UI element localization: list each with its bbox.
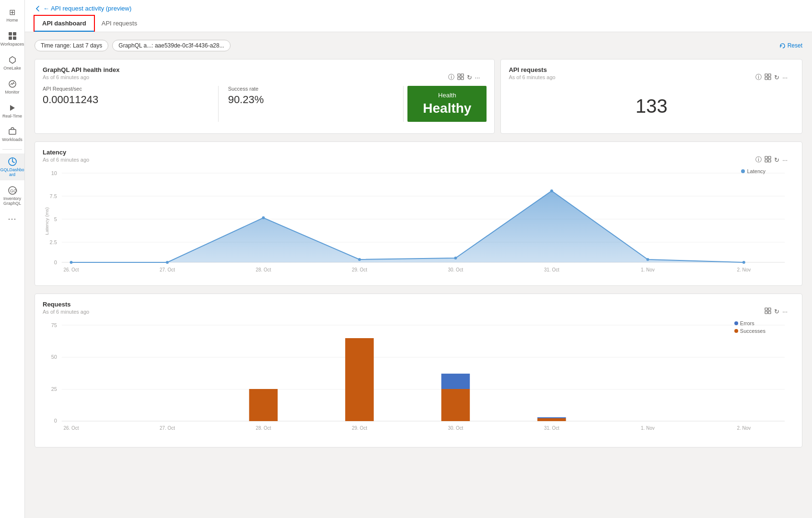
api-req-info-button[interactable]: ⓘ — [755, 73, 762, 82]
sidebar-item-inventorygraphql[interactable]: GQL InventoryGraphQL — [0, 182, 24, 209]
api-requests-card-toolbar: ⓘ ↻ ··· — [755, 73, 788, 82]
svg-marker-41 — [62, 191, 785, 262]
svg-rect-11 — [461, 74, 464, 76]
sidebar-label-workspaces: Workspaces — [0, 42, 24, 47]
svg-text:1. Nov: 1. Nov — [641, 425, 655, 431]
svg-text:75: 75 — [51, 322, 57, 328]
monitor-icon — [7, 79, 18, 89]
latency-title: Latency — [43, 149, 794, 156]
success-rate-label: Success rate — [228, 86, 394, 92]
bar-30oct-success — [441, 389, 470, 421]
api-requests-card: API requests As of 6 minutes ago ⓘ ↻ ···… — [500, 59, 802, 134]
requests-subtitle: As of 6 minutes ago — [43, 309, 794, 315]
svg-rect-50 — [765, 308, 767, 310]
latency-subtitle: As of 6 minutes ago — [43, 157, 794, 163]
api-requests-header: API requests As of 6 minutes ago ⓘ ↻ ··· — [509, 66, 794, 80]
svg-text:27. Oct: 27. Oct — [160, 267, 175, 272]
sidebar-label-workloads: Workloads — [2, 138, 22, 142]
health-box-value: Healthy — [423, 101, 471, 116]
svg-text:10: 10 — [51, 170, 57, 176]
gqldashboard-icon — [7, 156, 18, 167]
svg-text:0: 0 — [54, 259, 57, 265]
svg-text:29. Oct: 29. Oct — [352, 425, 367, 431]
svg-text:GQL: GQL — [10, 188, 17, 193]
svg-point-49 — [742, 261, 745, 264]
requests-grid-button[interactable] — [765, 307, 771, 316]
latency-legend: Latency — [741, 168, 766, 174]
sidebar-label-gqldashboard: GQLDashboard — [0, 168, 24, 177]
health-refresh-button[interactable]: ↻ — [467, 74, 472, 81]
svg-rect-12 — [458, 77, 460, 80]
errors-legend-dot — [734, 321, 738, 325]
back-button[interactable]: ← API request activity (preview) — [35, 5, 131, 12]
health-card-toolbar: ⓘ ↻ ··· — [448, 73, 480, 82]
sidebar-item-monitor[interactable]: Monitor — [0, 76, 24, 98]
svg-text:26. Oct: 26. Oct — [64, 267, 79, 272]
svg-text:30. Oct: 30. Oct — [448, 425, 463, 431]
api-request-sec-value: 0.00011243 — [43, 94, 209, 106]
tab-api-requests[interactable]: API requests — [94, 16, 145, 32]
svg-text:31. Oct: 31. Oct — [544, 267, 559, 272]
requests-refresh-button[interactable]: ↻ — [774, 308, 779, 315]
realtime-icon — [7, 103, 18, 113]
sidebar-label-realtime: Real-Time — [2, 114, 22, 119]
svg-rect-19 — [768, 156, 771, 159]
svg-point-42 — [70, 261, 73, 264]
requests-more-button[interactable]: ··· — [782, 308, 788, 315]
sidebar-item-more[interactable]: ··· — [0, 211, 24, 227]
svg-rect-13 — [461, 77, 464, 80]
svg-text:2.5: 2.5 — [50, 239, 57, 245]
reset-button[interactable]: Reset — [779, 42, 802, 49]
svg-text:Latency (ms): Latency (ms) — [44, 207, 49, 235]
api-req-more-button[interactable]: ··· — [782, 74, 788, 81]
api-req-grid-button[interactable] — [765, 73, 771, 82]
content-area: Time range: Last 7 days GraphQL a...: aa… — [25, 32, 812, 518]
sidebar-item-home[interactable]: ⊞ Home — [0, 4, 24, 26]
tabs-row: API dashboard API requests — [35, 16, 802, 32]
tab-api-dashboard[interactable]: API dashboard — [35, 16, 94, 32]
page-header: ← API request activity (preview) API das… — [25, 0, 812, 32]
health-info-button[interactable]: ⓘ — [448, 73, 454, 82]
svg-text:28. Oct: 28. Oct — [255, 425, 271, 431]
latency-grid-button[interactable] — [765, 156, 771, 164]
svg-rect-6 — [9, 130, 16, 134]
latency-info-button[interactable]: ⓘ — [755, 155, 762, 164]
sidebar-item-workloads[interactable]: Workloads — [0, 123, 24, 145]
bar-30oct-errors — [441, 374, 470, 389]
sidebar-divider — [2, 149, 22, 150]
filter-bar: Time range: Last 7 days GraphQL a...: aa… — [35, 40, 802, 51]
api-req-refresh-button[interactable]: ↻ — [774, 74, 779, 81]
svg-rect-2 — [9, 36, 12, 40]
svg-text:28. Oct: 28. Oct — [255, 267, 271, 272]
back-arrow-icon — [35, 5, 41, 12]
svg-rect-1 — [13, 32, 16, 35]
svg-text:25: 25 — [51, 386, 57, 392]
sidebar-item-workspaces[interactable]: Workspaces — [0, 28, 24, 50]
time-range-filter[interactable]: Time range: Last 7 days — [35, 40, 108, 51]
bar-31oct-errors — [537, 417, 566, 418]
svg-text:2. Nov: 2. Nov — [737, 267, 751, 272]
reset-icon — [779, 43, 786, 49]
svg-rect-16 — [765, 77, 767, 80]
api-requests-card-title: API requests — [509, 66, 794, 73]
bar-31oct-success — [537, 418, 566, 421]
page-title: ← API request activity (preview) — [43, 5, 131, 12]
latency-refresh-button[interactable]: ↻ — [774, 156, 779, 164]
sidebar-item-gqldashboard[interactable]: GQLDashboard — [0, 153, 24, 180]
requests-chart-container: Errors Successes 75 50 25 0 — [43, 320, 794, 440]
health-more-button[interactable]: ··· — [475, 74, 480, 81]
sidebar-label-onelake: OneLake — [3, 66, 21, 71]
latency-more-button[interactable]: ··· — [782, 156, 788, 164]
sidebar-item-onelake[interactable]: OneLake — [0, 52, 24, 74]
svg-marker-5 — [10, 105, 15, 111]
workspaces-icon — [7, 31, 18, 41]
graphql-api-filter[interactable]: GraphQL a...: aae539de-0c3f-4436-a28... — [112, 40, 230, 51]
latency-header: Latency As of 6 minutes ago ⓘ ↻ ··· — [43, 149, 794, 163]
sidebar-item-realtime[interactable]: Real-Time — [0, 100, 24, 122]
cards-row: GraphQL API health index As of 6 minutes… — [35, 59, 802, 134]
svg-point-43 — [166, 261, 169, 264]
svg-text:0: 0 — [54, 418, 57, 424]
latency-chart-card: Latency As of 6 minutes ago ⓘ ↻ ··· Late… — [35, 141, 802, 286]
health-grid-button[interactable] — [457, 73, 464, 82]
api-requests-card-subtitle: As of 6 minutes ago — [509, 74, 794, 80]
